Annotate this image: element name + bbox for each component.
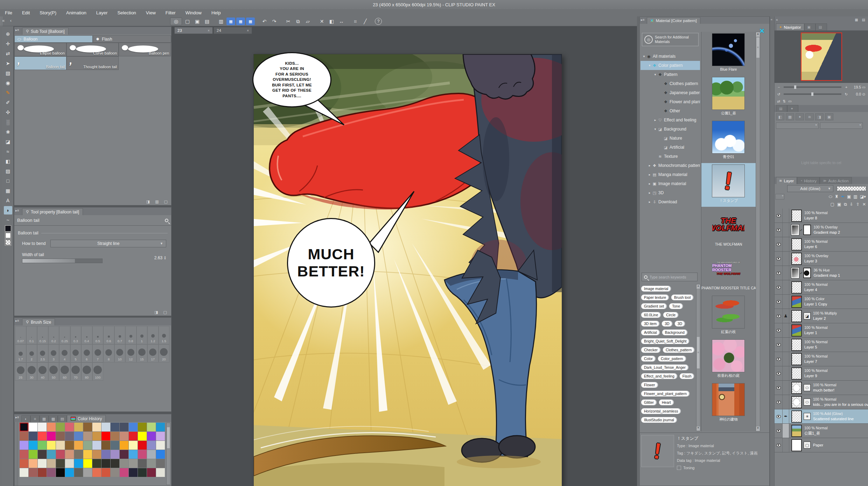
layer-visibility-toggle[interactable] [775,424,783,438]
panel-splitter-left[interactable] [637,16,639,486]
color-swatch[interactable] [38,468,47,477]
close-tab-icon[interactable]: × [203,29,210,33]
layer-flag-cell[interactable] [783,266,789,280]
speech-bubble-kids[interactable]: KIDS...YOU ARE INFOR A SERIOUSOVERMUSCLE… [252,52,331,107]
color-swatch[interactable] [138,441,147,450]
keyword-tag[interactable]: Dark_Loud_Tense_Anger [641,364,689,371]
color-swatch[interactable] [56,423,65,431]
lock-layer-icon[interactable]: ▣ [847,194,851,199]
color-swatch[interactable] [129,459,138,468]
layer-visibility-toggle[interactable] [775,381,783,395]
width-of-tail-value[interactable]: 2.63 [154,255,162,260]
color-swatch[interactable] [120,423,128,431]
color-swatch[interactable] [47,468,56,477]
color-swatch[interactable] [83,423,92,431]
layer-visibility-toggle[interactable] [775,323,783,337]
color-swatch[interactable] [92,432,101,441]
tree-flower-and-plant-p-[interactable]: ❖Flower and plant p. [640,97,700,106]
draft-layer-icon[interactable]: ▣ [825,113,833,120]
flip-horizontal-icon[interactable]: ⇄ [776,99,782,103]
color-swatch[interactable] [83,432,92,441]
brush-tool-icon[interactable]: ✣ [4,108,12,117]
brush-size-0.1[interactable]: 0.1 [26,326,37,344]
color-swatch[interactable] [147,423,156,431]
color-swatch[interactable] [47,432,56,441]
color-swatch[interactable] [102,459,110,468]
layer-mask-icon[interactable]: ⬭ [829,194,832,199]
opacity-slider[interactable] [837,186,866,191]
brush-size-2[interactable]: 2 [26,344,37,362]
keyword-tag[interactable]: Flower_and_plant_pattern [641,390,690,397]
subtool-panel-tab[interactable]: ⚲ Sub Tool [Balloon] [22,28,69,35]
color-swatch[interactable] [147,459,156,468]
zoom-in-icon[interactable]: + [844,85,849,89]
tree-pattern[interactable]: ▾❖Pattern [640,70,700,79]
layer-thumbnail[interactable]: ✓ [791,225,811,235]
selection-tool-icon[interactable]: ▧ [4,69,12,77]
layer-row[interactable]: 100 % NormalLayer 7 [775,352,868,366]
airbrush-tool-icon[interactable]: ░ [4,118,12,126]
color-swatch[interactable] [20,468,28,477]
paste-icon[interactable]: ▱ [303,17,312,25]
flip-vertical-icon[interactable]: ⇅ [782,99,787,103]
color-swatch[interactable] [102,432,110,441]
color-swatch[interactable] [138,450,147,459]
layer-visibility-toggle[interactable] [775,409,783,423]
layer-thumbnail[interactable] [791,310,802,322]
delete-layer-icon[interactable]: ✕ [862,202,866,207]
layer-color-icon[interactable]: ✦ [796,113,804,120]
pencil-tool-icon[interactable]: ✐ [4,98,12,107]
brush-size-30[interactable]: 30 [26,362,37,381]
brush-size-tab[interactable]: ⚲ Brush Size [22,318,55,325]
eraser-tool-icon[interactable]: ◪ [4,138,12,146]
menu-view[interactable]: View [141,10,161,15]
layer-thumbnail[interactable] [791,324,802,337]
keyword-tag[interactable]: Color [641,355,656,362]
tab-layer[interactable]: ≋Layer [776,177,797,184]
dock-collapse-icon[interactable]: « ‹ [2,18,14,23]
layer-flag-cell[interactable] [783,381,789,395]
layer-flag-cell[interactable]: ✒ [783,409,789,423]
brush-size-0.07[interactable]: 0.07 [15,326,26,344]
layer-row[interactable]: 100 % NormalLayer 4 [775,280,868,295]
color-swatch[interactable] [83,441,92,450]
color-swatch[interactable] [38,432,47,441]
material-item[interactable]: !！スタンプ [701,163,756,207]
color-swatch[interactable] [156,423,165,431]
layer-row[interactable]: ⬭100 % Normalkids... you are in for a se… [775,395,868,409]
figure-tool-icon[interactable]: □ [4,177,12,185]
layer-row[interactable]: 100 % OverlayLayer 3 [775,252,868,266]
layer-flag-cell[interactable] [783,280,789,294]
color-swatch[interactable] [92,459,101,468]
ruler-icon[interactable]: ╱ [361,17,370,25]
tree-all-materials[interactable]: ▾◉All materials [640,52,700,61]
color-swatch[interactable] [120,468,128,477]
keyword-tag[interactable]: Flower [641,382,658,388]
color-swatch[interactable] [29,459,37,468]
layer-thumbnail[interactable] [791,296,802,308]
how-to-bend-dropdown[interactable]: Straight line ▼ [50,240,166,247]
brush-size-0.3[interactable]: 0.3 [70,326,82,344]
layer-row[interactable]: ♟◪100 % MultiplyLayer 2 [775,309,868,323]
cut-icon[interactable]: ✂ [284,17,293,25]
brush-size-25[interactable]: 25 [15,362,26,381]
layer-visibility-toggle[interactable] [775,295,783,309]
grid-icon[interactable]: ⌗ [351,17,360,25]
color-swatch[interactable] [120,441,128,450]
color-swatch[interactable] [74,459,83,468]
color-swatch[interactable] [74,441,83,450]
select-source-icon[interactable]: ◪▾ [860,194,866,199]
brush-size-6[interactable]: 6 [81,344,92,362]
layer-thumbnail[interactable] [791,281,802,294]
tree-color-pattern[interactable]: ▾❖Color pattern [640,61,700,70]
brush-size-17[interactable]: 17 [147,344,159,362]
layer-visibility-toggle[interactable] [775,366,783,380]
keyword-tag[interactable]: Glitter [641,399,657,406]
tree-background[interactable]: ▾◪Background [640,125,700,134]
color-swatch[interactable] [83,468,92,477]
zoom-value[interactable]: 19.5 [849,85,861,89]
rotate-value[interactable]: 0.0 [849,92,861,96]
brush-size-60[interactable]: 60 [59,362,70,381]
menu-layer[interactable]: Layer [91,10,113,15]
brush-size-0.4[interactable]: 0.4 [81,326,92,344]
